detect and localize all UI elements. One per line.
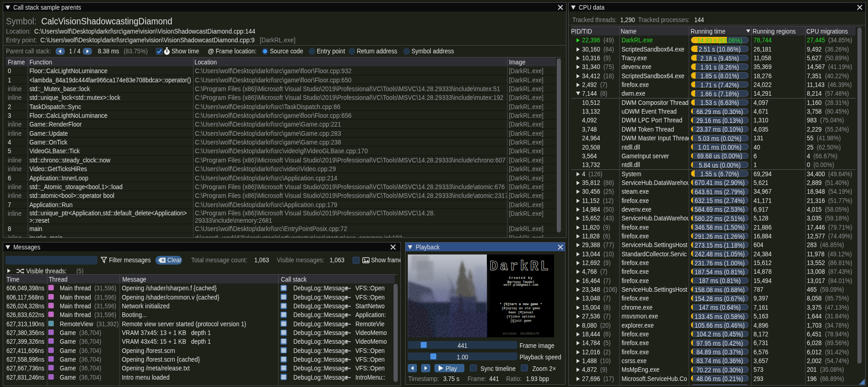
svg-text:version: 15c455ee76: version: 15c455ee76 [503,332,539,335]
svg-text:DarkRL: DarkRL [490,259,550,274]
svg-text:[R]eplay an old game: [R]eplay an old game [502,306,540,310]
svg-text:[V]ideo options: [V]ideo options [506,315,535,318]
svg-text:Game [M]anual: Game [M]anual [508,311,534,314]
svg-text:[Q]uit game: [Q]uit game [510,319,531,323]
svg-text:Created by: Created by [509,276,533,280]
svg-text:wolf.pld@gmail.com: wolf.pld@gmail.com [503,283,538,287]
svg-text:* [S]tart a new game *: * [S]tart a new game * [500,302,542,306]
